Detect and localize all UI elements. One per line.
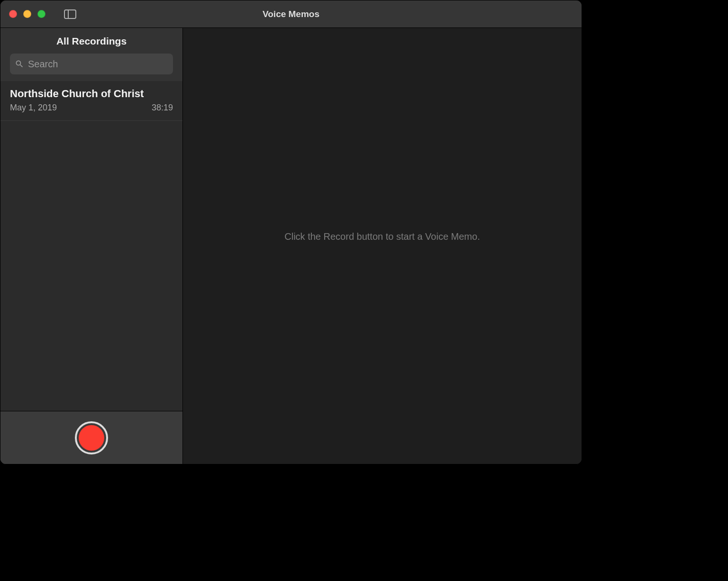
window-title: Voice Memos	[0, 9, 582, 19]
app-window: Voice Memos All Recordings Northside Chu…	[0, 0, 582, 464]
traffic-lights	[9, 10, 46, 18]
sidebar-toggle-button[interactable]	[64, 9, 77, 19]
content-area: All Recordings Northside Church of Chris…	[0, 28, 582, 464]
sidebar-header: All Recordings	[0, 28, 182, 54]
close-button[interactable]	[9, 10, 17, 18]
search-icon	[15, 59, 24, 69]
titlebar: Voice Memos	[0, 0, 582, 28]
recording-duration: 38:19	[152, 103, 173, 113]
maximize-button[interactable]	[37, 10, 46, 18]
svg-rect-0	[64, 10, 76, 18]
record-bar	[0, 411, 182, 464]
search-wrap	[0, 54, 182, 81]
sidebar-icon	[64, 9, 76, 19]
search-field[interactable]	[10, 54, 173, 74]
recording-item[interactable]: Northside Church of Christ May 1, 2019 3…	[0, 81, 182, 121]
sidebar: All Recordings Northside Church of Chris…	[0, 28, 183, 464]
record-button[interactable]	[75, 421, 108, 454]
recording-date: May 1, 2019	[10, 103, 57, 113]
empty-state-text: Click the Record button to start a Voice…	[284, 231, 480, 242]
recording-meta: May 1, 2019 38:19	[10, 103, 173, 113]
search-input[interactable]	[28, 59, 168, 70]
recording-title: Northside Church of Christ	[10, 88, 173, 100]
minimize-button[interactable]	[23, 10, 31, 18]
main-panel: Click the Record button to start a Voice…	[183, 28, 582, 464]
recordings-list: Northside Church of Christ May 1, 2019 3…	[0, 81, 182, 411]
record-icon	[79, 425, 104, 451]
